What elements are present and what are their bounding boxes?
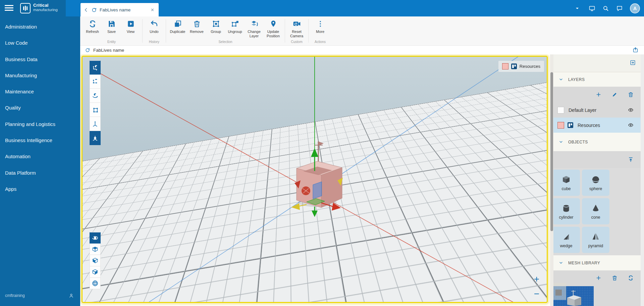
- ungroup-button[interactable]: Ungroup: [225, 18, 245, 38]
- translate-local-tool-button[interactable]: [90, 75, 101, 89]
- layer-row-resources[interactable]: Resources: [550, 118, 641, 133]
- save-icon: [107, 19, 116, 28]
- session-username: cmftraining: [5, 293, 25, 298]
- axes-cube-icon: [92, 135, 98, 141]
- fab-machine-model[interactable]: [294, 141, 343, 208]
- sidebar-item-administration[interactable]: Administration: [0, 19, 80, 35]
- sidebar-item-manufacturing[interactable]: Manufacturing: [0, 68, 80, 84]
- avatar[interactable]: A: [630, 3, 640, 13]
- sidebar-item-business-data[interactable]: Business Data: [0, 51, 80, 68]
- delete-layer-icon[interactable]: [628, 91, 634, 98]
- object-tiles: cube sphere cylinder cone wedge pyramid …: [550, 168, 641, 255]
- add-mesh-icon[interactable]: [595, 275, 602, 281]
- chevron-down-icon[interactable]: [575, 6, 580, 11]
- refresh-meshes-icon[interactable]: [628, 275, 634, 281]
- sidebar-item-data-platform[interactable]: Data Platform: [0, 165, 80, 181]
- toolbar-group-entity: Refresh Save View Entity: [83, 18, 140, 45]
- sidebar-item-low-code[interactable]: Low Code: [0, 35, 80, 51]
- add-layer-icon[interactable]: [595, 91, 602, 98]
- undo-button[interactable]: Undo: [145, 18, 164, 34]
- toolbar-separator: [142, 19, 143, 43]
- orbit-view-button[interactable]: [90, 232, 101, 244]
- layer-color-swatch[interactable]: [557, 122, 564, 129]
- tab-close-icon[interactable]: ✕: [150, 7, 155, 13]
- toolbar-separator: [308, 19, 309, 43]
- view-button[interactable]: View: [121, 18, 140, 34]
- tile-cone[interactable]: cone: [582, 198, 609, 224]
- collapse-to-top-icon[interactable]: [628, 157, 634, 163]
- resource-mark-icon: [511, 63, 517, 69]
- objects-section-header[interactable]: OBJECTS: [550, 133, 641, 151]
- translate-tool-button[interactable]: [90, 60, 101, 75]
- visibility-eye-icon[interactable]: [628, 107, 634, 113]
- axes-tool-button[interactable]: [90, 117, 101, 131]
- sidebar-item-planning-logistics[interactable]: Planning and Logistics: [0, 116, 80, 132]
- update-position-button[interactable]: Update Position: [264, 18, 283, 38]
- top-view-button[interactable]: [90, 244, 101, 255]
- side-view-button[interactable]: [90, 266, 101, 278]
- tab-title: FabLives name: [100, 7, 147, 12]
- zoom-in-button[interactable]: +: [533, 274, 541, 284]
- rotate-tool-button[interactable]: [90, 89, 101, 103]
- search-icon[interactable]: [602, 5, 609, 12]
- sidebar-item-apps[interactable]: Apps: [0, 181, 80, 197]
- group-button[interactable]: Group: [206, 18, 225, 38]
- toolbar-separator: [166, 19, 166, 43]
- tile-sphere[interactable]: sphere: [582, 170, 609, 196]
- reset-camera-button[interactable]: Reset Camera: [287, 18, 306, 38]
- sidebar-item-maintenance[interactable]: Maintenance: [0, 84, 80, 100]
- display-icon[interactable]: [589, 5, 595, 12]
- resources-legend: Resources: [498, 61, 544, 72]
- tile-wedge[interactable]: wedge: [552, 227, 580, 253]
- popout-icon[interactable]: [632, 47, 639, 53]
- mesh-library-section-header[interactable]: MESH LIBRARY: [550, 255, 641, 270]
- sidebar-item-automation[interactable]: Automation: [0, 148, 80, 165]
- scale-icon: [92, 106, 98, 113]
- chevron-down-icon[interactable]: [558, 77, 564, 82]
- front-view-button[interactable]: [90, 255, 101, 266]
- refresh-button[interactable]: Refresh: [83, 18, 102, 34]
- tab-fablives[interactable]: FabLives name ✕: [80, 3, 159, 16]
- layer-row-default[interactable]: Default Layer: [550, 102, 641, 118]
- tab-back-icon[interactable]: [84, 7, 89, 12]
- wedge-icon: [561, 232, 571, 242]
- duplicate-button[interactable]: Duplicate: [168, 18, 187, 38]
- group-label-history: History: [149, 40, 159, 45]
- change-layer-button[interactable]: Change Layer: [245, 18, 264, 38]
- more-button[interactable]: More: [311, 18, 330, 34]
- edit-layer-icon[interactable]: [611, 91, 618, 98]
- sidebar-item-quality[interactable]: Quality: [0, 100, 80, 116]
- chevron-down-icon[interactable]: [558, 260, 564, 265]
- viewcube-top-icon: [92, 246, 98, 252]
- snap-tool-button[interactable]: [90, 131, 101, 145]
- topbar: FabLives name ✕ A: [66, 0, 644, 16]
- hamburger-menu-icon[interactable]: [5, 5, 13, 12]
- perspective-view-button[interactable]: [90, 278, 101, 289]
- layers-toolbar: [550, 87, 641, 102]
- panel-scrollbar-thumb[interactable]: [550, 72, 553, 231]
- layers-section-header[interactable]: LAYERS: [550, 72, 641, 87]
- tile-cylinder[interactable]: cylinder: [552, 198, 580, 224]
- objects-section-title: OBJECTS: [568, 140, 588, 144]
- panel-scrollbar-track[interactable]: [550, 54, 553, 306]
- objects-toolbar: [550, 151, 641, 168]
- sidebar-item-business-intelligence[interactable]: Business Intelligence: [0, 132, 80, 148]
- group-label-selection: Selection: [218, 40, 232, 45]
- translate-local-icon: [92, 78, 98, 85]
- tile-cube[interactable]: cube: [552, 170, 580, 196]
- save-button[interactable]: Save: [102, 18, 121, 34]
- zoom-out-button[interactable]: −: [533, 289, 541, 299]
- scale-tool-button[interactable]: [90, 103, 101, 117]
- session-user-icon[interactable]: [68, 293, 74, 299]
- pyramid-icon: [591, 232, 601, 242]
- chat-icon[interactable]: [616, 5, 623, 12]
- chevron-down-icon[interactable]: [558, 139, 564, 144]
- visibility-eye-icon[interactable]: [628, 122, 634, 128]
- delete-mesh-icon[interactable]: [611, 275, 618, 281]
- viewport-canvas[interactable]: Resources + −: [83, 57, 547, 302]
- remove-button[interactable]: Remove: [187, 18, 206, 38]
- layer-color-swatch[interactable]: [557, 107, 564, 114]
- collapse-panel-icon[interactable]: [630, 59, 636, 66]
- ribbon-toolbar: Refresh Save View Entity Undo History Du…: [80, 16, 644, 46]
- tile-pyramid[interactable]: pyramid: [582, 227, 609, 253]
